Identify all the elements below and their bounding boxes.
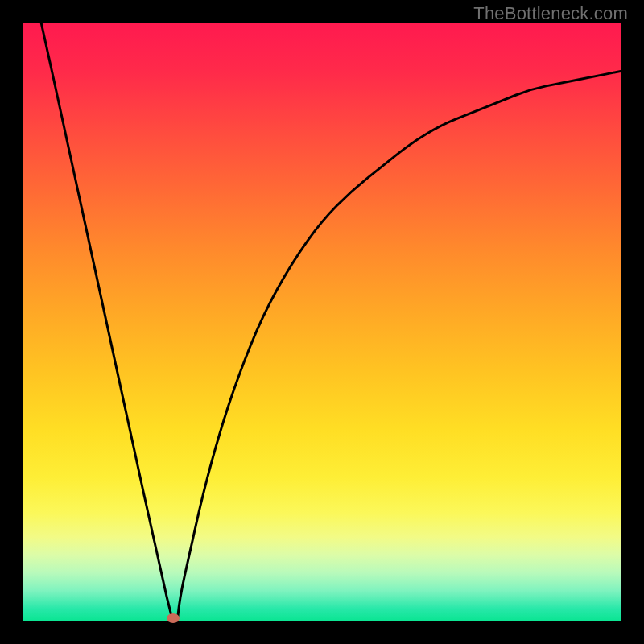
attribution-text: TheBottleneck.com — [473, 3, 628, 24]
chart-frame: TheBottleneck.com — [0, 0, 644, 644]
bottleneck-curve — [41, 23, 621, 621]
minimum-marker — [167, 613, 180, 623]
plot-area — [23, 23, 621, 621]
curve-svg — [23, 23, 621, 621]
